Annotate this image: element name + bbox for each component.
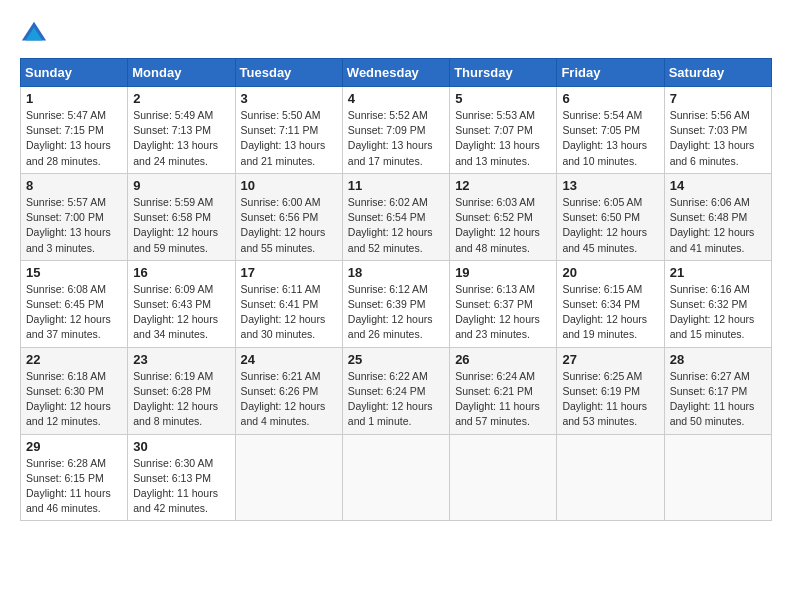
day-info: Sunrise: 6:13 AM Sunset: 6:37 PM Dayligh…	[455, 282, 551, 343]
weekday-header-sunday: Sunday	[21, 59, 128, 87]
calendar-day-cell: 16Sunrise: 6:09 AM Sunset: 6:43 PM Dayli…	[128, 260, 235, 347]
day-number: 24	[241, 352, 337, 367]
calendar-week-row: 15Sunrise: 6:08 AM Sunset: 6:45 PM Dayli…	[21, 260, 772, 347]
day-info: Sunrise: 5:59 AM Sunset: 6:58 PM Dayligh…	[133, 195, 229, 256]
day-number: 6	[562, 91, 658, 106]
day-info: Sunrise: 6:03 AM Sunset: 6:52 PM Dayligh…	[455, 195, 551, 256]
day-number: 3	[241, 91, 337, 106]
day-info: Sunrise: 5:56 AM Sunset: 7:03 PM Dayligh…	[670, 108, 766, 169]
day-info: Sunrise: 6:16 AM Sunset: 6:32 PM Dayligh…	[670, 282, 766, 343]
logo	[20, 20, 52, 48]
day-info: Sunrise: 6:25 AM Sunset: 6:19 PM Dayligh…	[562, 369, 658, 430]
day-info: Sunrise: 6:06 AM Sunset: 6:48 PM Dayligh…	[670, 195, 766, 256]
day-number: 29	[26, 439, 122, 454]
day-info: Sunrise: 6:12 AM Sunset: 6:39 PM Dayligh…	[348, 282, 444, 343]
calendar-day-cell: 19Sunrise: 6:13 AM Sunset: 6:37 PM Dayli…	[450, 260, 557, 347]
day-info: Sunrise: 6:28 AM Sunset: 6:15 PM Dayligh…	[26, 456, 122, 517]
calendar-day-cell: 2Sunrise: 5:49 AM Sunset: 7:13 PM Daylig…	[128, 87, 235, 174]
weekday-header-friday: Friday	[557, 59, 664, 87]
day-info: Sunrise: 5:53 AM Sunset: 7:07 PM Dayligh…	[455, 108, 551, 169]
calendar-day-cell: 4Sunrise: 5:52 AM Sunset: 7:09 PM Daylig…	[342, 87, 449, 174]
day-info: Sunrise: 6:08 AM Sunset: 6:45 PM Dayligh…	[26, 282, 122, 343]
calendar-day-cell	[342, 434, 449, 521]
day-number: 4	[348, 91, 444, 106]
calendar-week-row: 22Sunrise: 6:18 AM Sunset: 6:30 PM Dayli…	[21, 347, 772, 434]
day-number: 26	[455, 352, 551, 367]
day-info: Sunrise: 5:57 AM Sunset: 7:00 PM Dayligh…	[26, 195, 122, 256]
day-number: 21	[670, 265, 766, 280]
day-info: Sunrise: 6:15 AM Sunset: 6:34 PM Dayligh…	[562, 282, 658, 343]
calendar-day-cell: 20Sunrise: 6:15 AM Sunset: 6:34 PM Dayli…	[557, 260, 664, 347]
day-number: 18	[348, 265, 444, 280]
calendar-day-cell: 10Sunrise: 6:00 AM Sunset: 6:56 PM Dayli…	[235, 173, 342, 260]
day-number: 23	[133, 352, 229, 367]
calendar-day-cell	[557, 434, 664, 521]
day-info: Sunrise: 6:11 AM Sunset: 6:41 PM Dayligh…	[241, 282, 337, 343]
calendar-day-cell: 6Sunrise: 5:54 AM Sunset: 7:05 PM Daylig…	[557, 87, 664, 174]
day-info: Sunrise: 6:19 AM Sunset: 6:28 PM Dayligh…	[133, 369, 229, 430]
calendar-day-cell	[450, 434, 557, 521]
calendar-day-cell: 21Sunrise: 6:16 AM Sunset: 6:32 PM Dayli…	[664, 260, 771, 347]
day-number: 14	[670, 178, 766, 193]
calendar-day-cell: 3Sunrise: 5:50 AM Sunset: 7:11 PM Daylig…	[235, 87, 342, 174]
calendar-day-cell: 30Sunrise: 6:30 AM Sunset: 6:13 PM Dayli…	[128, 434, 235, 521]
calendar-table: SundayMondayTuesdayWednesdayThursdayFrid…	[20, 58, 772, 521]
day-number: 10	[241, 178, 337, 193]
day-number: 25	[348, 352, 444, 367]
calendar-day-cell	[235, 434, 342, 521]
calendar-day-cell: 29Sunrise: 6:28 AM Sunset: 6:15 PM Dayli…	[21, 434, 128, 521]
calendar-day-cell	[664, 434, 771, 521]
calendar-day-cell: 25Sunrise: 6:22 AM Sunset: 6:24 PM Dayli…	[342, 347, 449, 434]
logo-icon	[20, 20, 48, 48]
day-info: Sunrise: 5:52 AM Sunset: 7:09 PM Dayligh…	[348, 108, 444, 169]
calendar-week-row: 29Sunrise: 6:28 AM Sunset: 6:15 PM Dayli…	[21, 434, 772, 521]
calendar-day-cell: 26Sunrise: 6:24 AM Sunset: 6:21 PM Dayli…	[450, 347, 557, 434]
weekday-header-wednesday: Wednesday	[342, 59, 449, 87]
day-number: 19	[455, 265, 551, 280]
day-info: Sunrise: 6:09 AM Sunset: 6:43 PM Dayligh…	[133, 282, 229, 343]
calendar-week-row: 1Sunrise: 5:47 AM Sunset: 7:15 PM Daylig…	[21, 87, 772, 174]
day-info: Sunrise: 6:05 AM Sunset: 6:50 PM Dayligh…	[562, 195, 658, 256]
calendar-day-cell: 11Sunrise: 6:02 AM Sunset: 6:54 PM Dayli…	[342, 173, 449, 260]
day-number: 17	[241, 265, 337, 280]
day-info: Sunrise: 6:24 AM Sunset: 6:21 PM Dayligh…	[455, 369, 551, 430]
day-info: Sunrise: 6:27 AM Sunset: 6:17 PM Dayligh…	[670, 369, 766, 430]
calendar-day-cell: 24Sunrise: 6:21 AM Sunset: 6:26 PM Dayli…	[235, 347, 342, 434]
day-info: Sunrise: 6:30 AM Sunset: 6:13 PM Dayligh…	[133, 456, 229, 517]
day-number: 8	[26, 178, 122, 193]
calendar-day-cell: 9Sunrise: 5:59 AM Sunset: 6:58 PM Daylig…	[128, 173, 235, 260]
day-number: 11	[348, 178, 444, 193]
day-number: 20	[562, 265, 658, 280]
day-number: 27	[562, 352, 658, 367]
day-number: 5	[455, 91, 551, 106]
day-info: Sunrise: 6:00 AM Sunset: 6:56 PM Dayligh…	[241, 195, 337, 256]
calendar-day-cell: 27Sunrise: 6:25 AM Sunset: 6:19 PM Dayli…	[557, 347, 664, 434]
day-info: Sunrise: 5:54 AM Sunset: 7:05 PM Dayligh…	[562, 108, 658, 169]
day-info: Sunrise: 6:18 AM Sunset: 6:30 PM Dayligh…	[26, 369, 122, 430]
calendar-day-cell: 18Sunrise: 6:12 AM Sunset: 6:39 PM Dayli…	[342, 260, 449, 347]
calendar-day-cell: 8Sunrise: 5:57 AM Sunset: 7:00 PM Daylig…	[21, 173, 128, 260]
weekday-header-row: SundayMondayTuesdayWednesdayThursdayFrid…	[21, 59, 772, 87]
day-number: 30	[133, 439, 229, 454]
calendar-day-cell: 12Sunrise: 6:03 AM Sunset: 6:52 PM Dayli…	[450, 173, 557, 260]
calendar-day-cell: 1Sunrise: 5:47 AM Sunset: 7:15 PM Daylig…	[21, 87, 128, 174]
day-info: Sunrise: 6:22 AM Sunset: 6:24 PM Dayligh…	[348, 369, 444, 430]
day-number: 15	[26, 265, 122, 280]
day-number: 9	[133, 178, 229, 193]
day-number: 22	[26, 352, 122, 367]
calendar-day-cell: 5Sunrise: 5:53 AM Sunset: 7:07 PM Daylig…	[450, 87, 557, 174]
day-number: 2	[133, 91, 229, 106]
calendar-day-cell: 22Sunrise: 6:18 AM Sunset: 6:30 PM Dayli…	[21, 347, 128, 434]
page-header	[20, 20, 772, 48]
day-number: 13	[562, 178, 658, 193]
calendar-day-cell: 15Sunrise: 6:08 AM Sunset: 6:45 PM Dayli…	[21, 260, 128, 347]
weekday-header-tuesday: Tuesday	[235, 59, 342, 87]
day-number: 1	[26, 91, 122, 106]
day-info: Sunrise: 6:02 AM Sunset: 6:54 PM Dayligh…	[348, 195, 444, 256]
calendar-day-cell: 17Sunrise: 6:11 AM Sunset: 6:41 PM Dayli…	[235, 260, 342, 347]
day-info: Sunrise: 5:47 AM Sunset: 7:15 PM Dayligh…	[26, 108, 122, 169]
day-number: 16	[133, 265, 229, 280]
day-number: 12	[455, 178, 551, 193]
calendar-week-row: 8Sunrise: 5:57 AM Sunset: 7:00 PM Daylig…	[21, 173, 772, 260]
calendar-day-cell: 7Sunrise: 5:56 AM Sunset: 7:03 PM Daylig…	[664, 87, 771, 174]
